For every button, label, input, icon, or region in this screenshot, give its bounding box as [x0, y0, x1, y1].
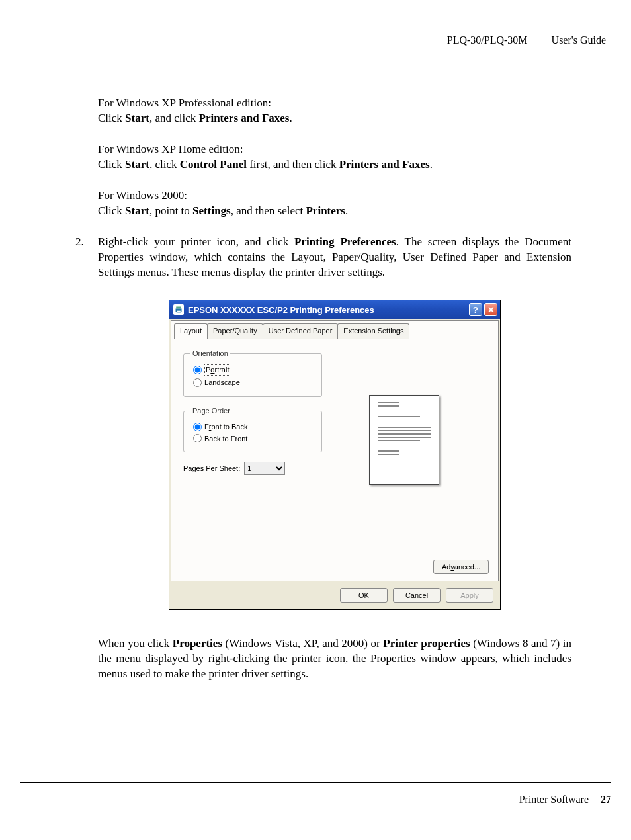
- page-header: PLQ-30/PLQ-30M User's Guide: [20, 34, 611, 56]
- printing-preferences-dialog: EPSON XXXXXX ESC/P2 Printing Preferences…: [169, 300, 501, 610]
- step-2-number: 2.: [75, 235, 98, 280]
- tab-user-defined-paper[interactable]: User Defined Paper: [263, 323, 339, 339]
- step-2: 2. Right-click your printer icon, and cl…: [75, 235, 571, 280]
- portrait-label: Portrait: [204, 364, 230, 376]
- front-to-back[interactable]: Front to Back: [190, 422, 315, 432]
- tab-extension-settings[interactable]: Extension Settings: [337, 323, 409, 339]
- para-xp-home: For Windows XP Home edition: Click Start…: [98, 142, 571, 173]
- header-model: PLQ-30/PLQ-30M: [447, 34, 528, 46]
- back-to-front-radio[interactable]: [193, 434, 202, 442]
- tab-layout[interactable]: Layout: [174, 323, 208, 339]
- svg-rect-0: [176, 307, 181, 309]
- front-to-back-label: Front to Back: [204, 422, 247, 432]
- dialog-bottom-buttons: OK Cancel Apply: [169, 583, 500, 609]
- tab-paper-quality[interactable]: Paper/Quality: [207, 323, 263, 339]
- dialog-title: EPSON XXXXXX ESC/P2 Printing Preferences: [188, 304, 469, 316]
- header-guide: User's Guide: [552, 34, 606, 46]
- xp-pro-line: Click Start, and click Printers and Faxe…: [98, 111, 571, 126]
- content-area: For Windows XP Professional edition: Cli…: [20, 56, 611, 682]
- orientation-group: Orientation Portrait Landscape: [183, 349, 322, 397]
- after-paragraph: When you click Properties (Windows Vista…: [98, 636, 571, 682]
- step-2-body: Right-click your printer icon, and click…: [98, 235, 571, 280]
- xp-home-line: Click Start, click Control Panel first, …: [98, 157, 571, 173]
- close-button[interactable]: ✕: [484, 303, 497, 316]
- para-w2000: For Windows 2000: Click Start, point to …: [98, 189, 571, 219]
- footer-section: Printer Software: [519, 794, 589, 805]
- xp-home-intro: For Windows XP Home edition:: [98, 142, 571, 157]
- apply-button[interactable]: Apply: [446, 588, 493, 603]
- orientation-landscape[interactable]: Landscape: [190, 378, 315, 388]
- orientation-portrait[interactable]: Portrait: [190, 364, 315, 376]
- front-to-back-radio[interactable]: [193, 423, 202, 431]
- page-order-group: Page Order Front to Back Back to Front: [183, 406, 322, 453]
- close-icon: ✕: [487, 306, 495, 314]
- advanced-row: Advanced...: [171, 557, 498, 581]
- advanced-button[interactable]: Advanced...: [433, 560, 489, 574]
- dialog-titlebar: EPSON XXXXXX ESC/P2 Printing Preferences…: [169, 300, 500, 319]
- para-xp-pro: For Windows XP Professional edition: Cli…: [98, 96, 571, 126]
- landscape-radio[interactable]: [193, 378, 202, 387]
- layout-tab-panel: Orientation Portrait Landscape: [171, 339, 498, 557]
- back-to-front-label: Back to Front: [204, 434, 247, 444]
- page-footer: Printer Software 27: [20, 782, 611, 806]
- back-to-front[interactable]: Back to Front: [190, 434, 315, 444]
- footer-page-number: 27: [601, 794, 611, 805]
- orientation-legend: Orientation: [190, 349, 230, 358]
- xp-pro-intro: For Windows XP Professional edition:: [98, 96, 571, 111]
- landscape-label: Landscape: [204, 378, 240, 388]
- pages-per-sheet-select[interactable]: 1: [244, 462, 285, 475]
- svg-rect-2: [177, 311, 181, 313]
- left-column: Orientation Portrait Landscape: [183, 349, 322, 549]
- w2000-intro: For Windows 2000:: [98, 189, 571, 204]
- pages-per-sheet-label: Pages Per Sheet:: [183, 464, 240, 474]
- cancel-button[interactable]: Cancel: [393, 588, 441, 603]
- dialog-screenshot: EPSON XXXXXX ESC/P2 Printing Preferences…: [98, 300, 571, 610]
- dialog-body: Layout Paper/Quality User Defined Paper …: [171, 320, 499, 581]
- printer-icon: [173, 304, 184, 315]
- ok-button[interactable]: OK: [340, 588, 388, 603]
- pages-per-sheet-row: Pages Per Sheet: 1: [183, 462, 322, 475]
- portrait-radio[interactable]: [193, 366, 202, 374]
- titlebar-buttons: ? ✕: [469, 303, 497, 316]
- w2000-line: Click Start, point to Settings, and then…: [98, 204, 571, 219]
- page-order-legend: Page Order: [190, 406, 232, 416]
- right-column: [322, 349, 486, 549]
- help-button[interactable]: ?: [469, 303, 482, 316]
- tab-strip: Layout Paper/Quality User Defined Paper …: [171, 321, 498, 339]
- page-preview: [369, 395, 439, 485]
